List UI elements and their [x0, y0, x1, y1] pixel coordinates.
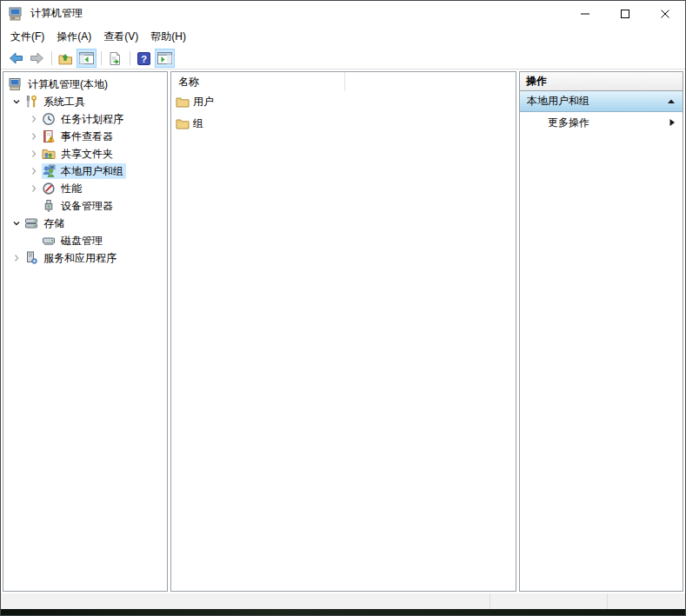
minimize-button[interactable] [565, 1, 605, 26]
show-console-tree-button[interactable] [77, 49, 97, 68]
tree-item-label: 磁盘管理 [57, 234, 103, 248]
tree-item-computer-management[interactable]: 计算机管理(本地) [3, 76, 167, 93]
tree-item-label: 事件查看器 [57, 129, 113, 144]
tree-item-label: 本地用户和组 [57, 164, 123, 179]
list-item-users[interactable]: 用户 [171, 91, 516, 113]
toolbar: ? [1, 48, 685, 70]
console-tree-icon [79, 52, 94, 64]
action-pane-icon [157, 52, 172, 64]
chevron-right-icon[interactable] [26, 147, 42, 161]
tree-item-storage[interactable]: 存储 [3, 215, 167, 232]
tree-item-task-scheduler[interactable]: 任务计划程序 [3, 110, 167, 128]
tree-item-disk-management[interactable]: 磁盘管理 [3, 232, 167, 249]
folder-up-icon [58, 52, 73, 65]
performance-icon [42, 182, 57, 195]
action-item-label: 更多操作 [548, 116, 669, 130]
tree-item-label: 设备管理器 [57, 199, 113, 214]
status-segment [1, 593, 490, 609]
actions-pane-title: 操作 [520, 72, 683, 91]
console-tree: 计算机管理(本地) [3, 72, 167, 267]
chevron-down-icon[interactable] [9, 95, 24, 109]
desktop-background-strip [1, 609, 685, 615]
title-bar: 计算机管理 [1, 1, 685, 26]
chevron-right-icon[interactable] [26, 164, 42, 178]
tree-item-event-viewer[interactable]: 事件查看器 [3, 128, 167, 145]
list-view-pane: 名称 用户 组 [170, 71, 516, 592]
forward-button[interactable] [27, 49, 47, 68]
list-item-groups[interactable]: 组 [171, 113, 516, 135]
toolbar-separator [101, 51, 102, 65]
chevron-spacer [26, 234, 42, 248]
maximize-button[interactable] [605, 1, 645, 26]
tree-item-label: 共享文件夹 [57, 147, 113, 162]
status-segment [490, 593, 608, 609]
tree-item-services-and-applications[interactable]: 服务和应用程序 [3, 249, 167, 267]
tree-item-label: 服务和应用程序 [40, 251, 117, 266]
tools-icon [24, 95, 40, 109]
folder-icon [176, 117, 193, 130]
list-header: 名称 [171, 72, 516, 91]
toolbar-separator [130, 51, 130, 65]
task-scheduler-icon [42, 112, 57, 126]
computer-management-window: 计算机管理 文件(F) 操作(A) 查看(V) 帮助(H) [0, 0, 686, 616]
services-icon [24, 251, 40, 265]
maximize-icon [621, 10, 629, 18]
svg-text:?: ? [141, 53, 147, 63]
actions-pane: 操作 本地用户和组 更多操作 [519, 71, 683, 592]
tree-item-device-manager[interactable]: 设备管理器 [3, 197, 167, 215]
tree-item-system-tools[interactable]: 系统工具 [3, 93, 167, 110]
tree-item-local-users-and-groups[interactable]: 本地用户和组 [3, 162, 167, 180]
window-controls [565, 1, 685, 26]
chevron-down-icon[interactable] [9, 216, 24, 230]
action-item-more-actions[interactable]: 更多操作 [520, 112, 683, 133]
local-users-groups-icon [42, 164, 57, 178]
computer-management-app-icon [9, 7, 23, 21]
chevron-right-icon[interactable] [9, 251, 24, 265]
chevron-right-icon[interactable] [26, 182, 42, 195]
status-bar [1, 593, 685, 609]
menu-bar: 文件(F) 操作(A) 查看(V) 帮助(H) [1, 26, 685, 48]
back-button[interactable] [6, 49, 26, 68]
arrow-right-icon [30, 52, 44, 64]
menu-help[interactable]: 帮助(H) [144, 27, 192, 47]
menu-view[interactable]: 查看(V) [97, 27, 144, 47]
submenu-arrow-icon [669, 118, 676, 127]
tree-item-label: 性能 [57, 182, 82, 196]
console-tree-pane: 计算机管理(本地) [3, 71, 168, 592]
tree-item-label: 存储 [40, 216, 64, 231]
chevron-up-icon[interactable] [667, 98, 676, 105]
storage-icon [24, 216, 40, 230]
column-header-name[interactable]: 名称 [171, 72, 345, 91]
export-list-icon [109, 52, 122, 65]
minimize-icon [581, 10, 589, 18]
tree-item-label: 计算机管理(本地) [24, 77, 108, 92]
list-item-label: 组 [193, 116, 203, 131]
chevron-right-icon[interactable] [26, 112, 42, 126]
device-manager-icon [42, 199, 57, 213]
show-action-pane-button[interactable] [155, 49, 175, 68]
arrow-left-icon [9, 52, 23, 64]
window-title: 计算机管理 [30, 6, 565, 21]
up-folder-button[interactable] [56, 49, 76, 68]
list-item-label: 用户 [193, 95, 214, 109]
help-button[interactable]: ? [134, 49, 154, 68]
tree-item-shared-folders[interactable]: 共享文件夹 [3, 145, 167, 162]
chevron-right-icon[interactable] [26, 129, 42, 143]
action-group-local-users-and-groups[interactable]: 本地用户和组 [520, 91, 683, 112]
close-button[interactable] [645, 1, 685, 26]
export-list-button[interactable] [105, 49, 125, 68]
computer-icon [9, 77, 24, 91]
tree-item-label: 任务计划程序 [57, 112, 123, 127]
tree-item-performance[interactable]: 性能 [3, 180, 167, 197]
help-icon: ? [137, 52, 150, 65]
status-segment [608, 593, 685, 609]
folder-icon [176, 96, 193, 109]
disk-management-icon [42, 234, 57, 248]
action-group-label: 本地用户和组 [527, 94, 667, 109]
menu-action[interactable]: 操作(A) [50, 27, 97, 47]
close-icon [661, 10, 669, 18]
menu-file[interactable]: 文件(F) [4, 27, 50, 47]
event-viewer-icon [42, 129, 57, 143]
shared-folders-icon [42, 147, 57, 161]
toolbar-separator [51, 51, 52, 65]
